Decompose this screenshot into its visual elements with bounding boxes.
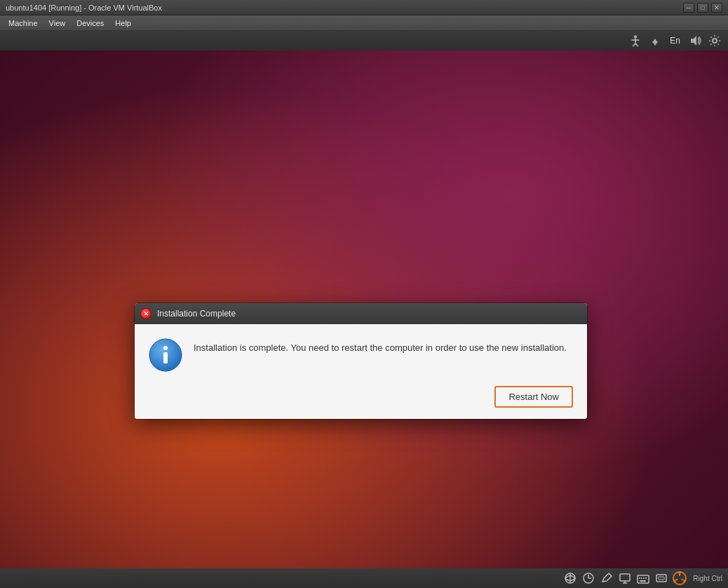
virtualbox-window: ubuntu1404 [Running] - Oracle VM Virtual… — [0, 0, 728, 588]
window-controls: ─ □ ✕ — [683, 3, 722, 13]
display-tray-icon — [619, 572, 631, 584]
dialog-message: Installation is complete. You need to re… — [194, 338, 567, 355]
dialog-actions: Restart Now — [149, 383, 573, 408]
network-icon[interactable] — [562, 570, 578, 586]
window-title: ubuntu1404 [Running] - Oracle VM Virtual… — [6, 4, 162, 12]
svg-line-35 — [676, 579, 678, 580]
display-icon[interactable] — [617, 570, 633, 586]
right-ctrl-label: Right Ctrl — [693, 575, 722, 582]
svg-rect-18 — [620, 574, 630, 581]
svg-rect-21 — [638, 575, 649, 583]
system-settings-icon[interactable] — [707, 33, 722, 48]
svg-marker-7 — [691, 36, 696, 46]
volume-icon[interactable] — [687, 33, 703, 48]
menu-view[interactable]: View — [43, 18, 72, 29]
restore-button[interactable]: □ — [697, 3, 708, 13]
svg-rect-28 — [659, 577, 664, 580]
menu-bar: Machine View Devices Help — [0, 15, 728, 31]
speaker-icon — [689, 34, 701, 47]
dialog-content: Installation is complete. You need to re… — [149, 338, 573, 372]
svg-point-31 — [683, 580, 686, 582]
svg-point-0 — [634, 35, 638, 39]
info-icon — [149, 338, 182, 372]
storage-tray-icon — [655, 572, 668, 584]
keyboard-tray-icon — [637, 572, 649, 584]
dialog-title: Installation Complete — [157, 309, 236, 319]
svg-rect-11 — [163, 352, 168, 363]
svg-rect-27 — [656, 575, 666, 582]
minimize-button[interactable]: ─ — [683, 3, 694, 13]
ubuntu-icon — [673, 571, 687, 585]
keyboard-icon[interactable] — [635, 570, 651, 586]
svg-point-10 — [163, 346, 168, 350]
svg-point-30 — [678, 571, 681, 574]
dialog-titlebar: Installation Complete — [135, 303, 587, 324]
close-button[interactable]: ✕ — [711, 3, 722, 13]
gear-icon — [708, 34, 721, 47]
ubuntu-logo-icon[interactable] — [672, 570, 687, 586]
svg-point-32 — [673, 580, 676, 582]
svg-line-4 — [635, 44, 638, 47]
svg-line-34 — [682, 579, 684, 580]
ubuntu-top-panel: En — [0, 31, 728, 51]
keyboard-layout-icon[interactable] — [647, 33, 663, 48]
dialog-body: Installation is complete. You need to re… — [135, 324, 587, 419]
clock-tray-icon — [582, 572, 595, 584]
menu-devices[interactable]: Devices — [71, 18, 109, 29]
menu-machine[interactable]: Machine — [3, 18, 43, 29]
menu-help[interactable]: Help — [109, 18, 137, 29]
clock-icon[interactable] — [581, 570, 596, 586]
accessibility-icon — [629, 34, 642, 47]
title-bar: ubuntu1404 [Running] - Oracle VM Virtual… — [0, 0, 728, 15]
dialog-close-button[interactable] — [140, 308, 151, 319]
restart-now-button[interactable]: Restart Now — [494, 386, 573, 408]
language-indicator[interactable]: En — [667, 36, 683, 46]
ubuntu-desktop: En Installation Complete — [0, 31, 728, 588]
vm-icon[interactable] — [654, 570, 669, 586]
installation-complete-dialog: Installation Complete — [135, 303, 587, 419]
pencil-icon[interactable] — [599, 570, 614, 586]
accessibility-panel-icon[interactable] — [628, 33, 643, 48]
network-tray-icon — [564, 572, 577, 584]
ubuntu-taskbar: Right Ctrl — [0, 568, 728, 588]
svg-marker-6 — [652, 41, 658, 46]
pencil-tray-icon — [600, 572, 613, 584]
arrows-icon — [649, 34, 661, 47]
svg-point-8 — [713, 39, 717, 43]
